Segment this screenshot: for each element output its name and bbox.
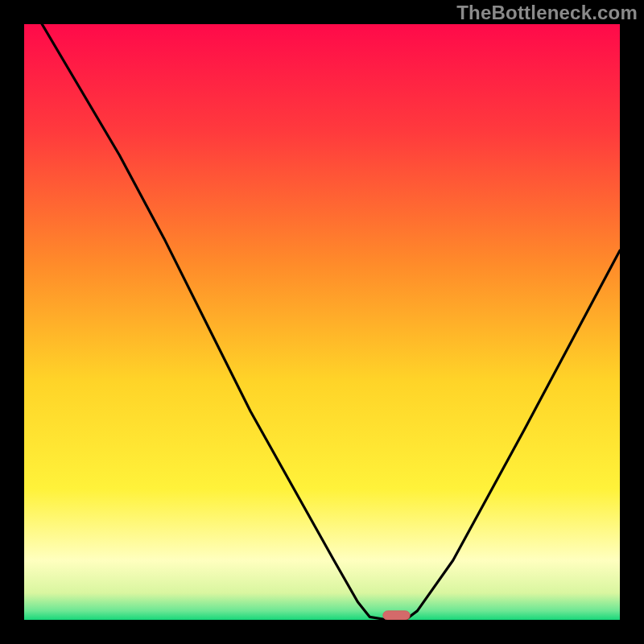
chart-container: TheBottleneck.com: [0, 0, 644, 644]
chart-background: [24, 24, 620, 620]
optimum-marker: [383, 611, 410, 620]
chart-svg: [24, 24, 620, 620]
plot-area: [24, 24, 620, 620]
watermark-text: TheBottleneck.com: [456, 2, 638, 24]
